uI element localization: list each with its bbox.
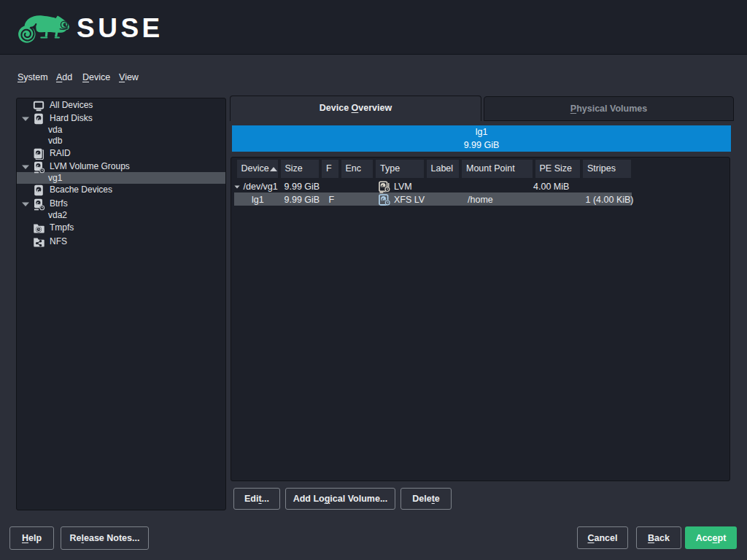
svg-text:SUSE: SUSE: [77, 13, 163, 43]
